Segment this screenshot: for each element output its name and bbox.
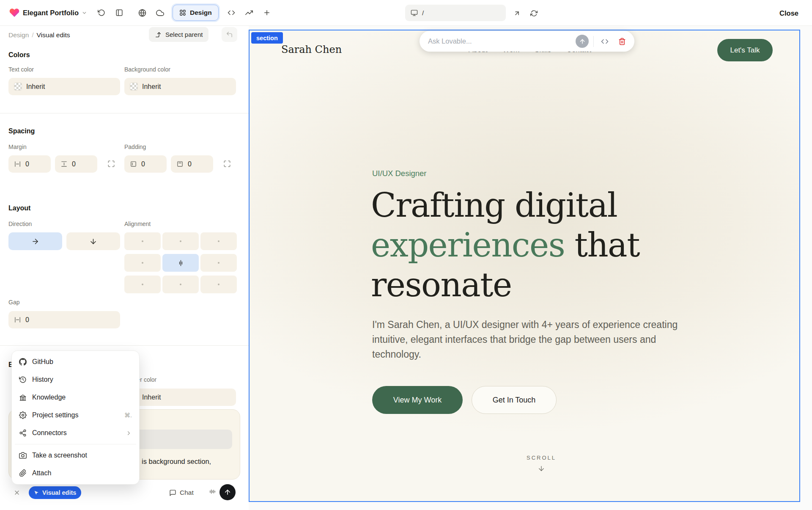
url-bar[interactable]: / (405, 5, 506, 21)
refresh-button[interactable] (526, 6, 541, 21)
menu-item-project-settings[interactable]: Project settings ⌘. (14, 406, 137, 424)
analytics-button[interactable] (241, 5, 257, 20)
chat-mode-button[interactable]: Chat (169, 486, 194, 499)
project-switcher[interactable]: Elegant Portfolio (23, 9, 87, 17)
divider (0, 113, 249, 113)
globe-icon (138, 9, 146, 17)
site-logo[interactable]: Sarah Chen (281, 44, 342, 55)
padding-horizontal-input[interactable]: 0 (124, 155, 167, 173)
ask-submit-button[interactable] (576, 35, 589, 48)
direction-column-button[interactable] (66, 232, 120, 250)
open-preview-button[interactable] (509, 6, 524, 21)
arrow-up-icon (579, 38, 586, 45)
text-color-input[interactable]: Inherit (8, 78, 120, 95)
padding-vertical-input[interactable]: 0 (171, 155, 213, 173)
spacing-section-title: Spacing (8, 127, 35, 135)
margin-horizontal-input[interactable]: 0 (8, 155, 51, 173)
visual-edits-toggle[interactable]: Visual edits (29, 486, 81, 499)
hero-heading: Crafting digital experiences that resona… (371, 185, 639, 305)
divider (593, 36, 594, 47)
colors-section-title: Colors (8, 51, 30, 59)
alignment-cell-middle-left[interactable] (124, 254, 161, 272)
margin-vertical-icon (60, 160, 68, 168)
chat-draft-text: is background section, (142, 458, 211, 466)
topbar: Elegant Portfolio Design / (0, 0, 812, 26)
menu-item-github[interactable]: GitHub (14, 353, 137, 371)
add-button[interactable] (259, 5, 274, 20)
url-path: / (422, 9, 424, 17)
alignment-cell-top-center[interactable] (162, 232, 199, 250)
alignment-label: Alignment (124, 221, 151, 227)
breadcrumb: Design/Visual edits (8, 31, 70, 39)
gear-icon (19, 411, 27, 419)
corner-up-icon (155, 31, 162, 38)
alignment-cell-top-left[interactable] (124, 232, 161, 250)
camera-icon (19, 452, 27, 459)
select-parent-button[interactable]: Select parent (149, 27, 208, 42)
hero-description: I'm Sarah Chen, a UI/UX designer with 4+… (372, 317, 682, 362)
menu-item-knowledge[interactable]: Knowledge (14, 389, 137, 406)
voice-input-icon[interactable] (209, 488, 216, 495)
align-center-icon (177, 259, 184, 267)
scroll-down-arrow-icon (538, 465, 545, 472)
alignment-cell-middle-right[interactable] (200, 254, 237, 272)
alignment-cell-bottom-right[interactable] (200, 276, 237, 293)
alignment-cell-middle-center[interactable] (162, 254, 199, 272)
globe-button[interactable] (134, 5, 150, 20)
selected-element-tag: section (251, 32, 283, 44)
connectors-icon (19, 429, 27, 437)
chat-bubble-icon (169, 489, 176, 496)
gap-input[interactable]: 0 (8, 311, 120, 328)
menu-item-attach[interactable]: Attach (14, 464, 137, 482)
get-in-touch-button[interactable]: Get In Touch (472, 386, 557, 414)
edit-code-button[interactable] (598, 35, 611, 48)
direction-row-button[interactable] (8, 232, 62, 250)
history-button[interactable] (94, 5, 109, 20)
design-mode-button[interactable]: Design (173, 5, 219, 21)
chevron-right-icon (126, 430, 132, 436)
close-icon (14, 489, 20, 496)
history-icon (98, 9, 105, 17)
margin-vertical-input[interactable]: 0 (55, 155, 97, 173)
menu-item-take-screenshot[interactable]: Take a screenshot (14, 447, 137, 464)
gap-icon (14, 316, 21, 323)
cloud-icon (156, 9, 164, 17)
cloud-button[interactable] (152, 5, 167, 20)
background-color-input[interactable]: Inherit (124, 78, 236, 95)
undo-button[interactable] (222, 27, 237, 42)
margin-label: Margin (8, 143, 27, 150)
menu-item-connectors[interactable]: Connectors (14, 424, 137, 442)
background-color-label: Background color (124, 66, 170, 73)
alignment-cell-top-right[interactable] (200, 232, 237, 250)
lovable-logo[interactable] (8, 7, 20, 19)
alignment-cell-bottom-left[interactable] (124, 276, 161, 293)
margin-link-sides-button[interactable] (106, 158, 117, 169)
layout-section-title: Layout (8, 204, 30, 212)
send-message-button[interactable] (219, 484, 236, 500)
close-button[interactable]: Close (775, 6, 803, 20)
arrow-up-right-icon (513, 10, 521, 17)
design-label: Design (190, 9, 212, 17)
menu-item-history[interactable]: History (14, 371, 137, 389)
alignment-cell-bottom-center[interactable] (162, 276, 199, 293)
ask-lovable-input[interactable] (428, 37, 571, 45)
border-color-input[interactable]: Inherit (124, 389, 236, 406)
paperclip-icon (19, 469, 27, 477)
view-my-work-button[interactable]: View My Work (372, 386, 463, 414)
direction-label: Direction (8, 221, 32, 227)
hero-eyebrow: UI/UX Designer (372, 169, 427, 178)
exit-visual-edits-button[interactable] (11, 487, 22, 498)
corners-icon (223, 160, 231, 168)
preview-canvas: Sarah Chen About Work Skills Contact Let… (249, 30, 800, 502)
design-grid-icon (179, 9, 186, 16)
breadcrumb-root[interactable]: Design (8, 31, 29, 39)
hero-heading-accent: experiences (371, 226, 565, 264)
padding-vertical-icon (176, 160, 184, 168)
padding-link-sides-button[interactable] (222, 158, 233, 169)
delete-element-button[interactable] (616, 35, 628, 48)
code-view-button[interactable] (224, 5, 239, 20)
device-preview-icon (411, 9, 418, 17)
lets-talk-button[interactable]: Let's Talk (717, 39, 773, 61)
site-preview: Sarah Chen About Work Skills Contact Let… (250, 30, 799, 501)
panel-layout-button[interactable] (112, 5, 127, 20)
